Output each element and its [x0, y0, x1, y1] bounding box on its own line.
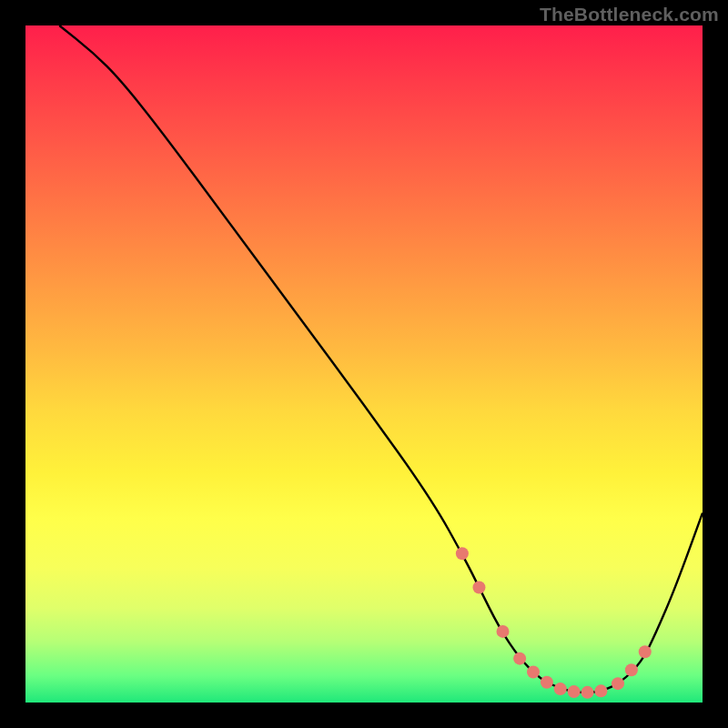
- marker-dot: [497, 625, 510, 638]
- marker-dot: [639, 645, 652, 658]
- marker-dot: [527, 666, 540, 679]
- marker-dot: [554, 682, 567, 695]
- plot-area: [25, 25, 703, 703]
- marker-dot: [612, 677, 624, 690]
- marker-dot: [581, 686, 594, 699]
- marker-dot: [594, 684, 607, 697]
- marker-dot: [568, 685, 581, 698]
- chart-overlay: [25, 25, 703, 703]
- marker-dot: [625, 663, 638, 676]
- line-series-curve: [59, 25, 703, 693]
- marker-dot: [541, 676, 553, 689]
- marker-dot: [513, 652, 526, 665]
- chart-frame: TheBottleneck.com: [0, 0, 728, 728]
- marker-dot: [456, 547, 469, 560]
- markers-layer: [456, 547, 652, 699]
- marker-dot: [472, 581, 485, 594]
- watermark-text: TheBottleneck.com: [540, 4, 719, 25]
